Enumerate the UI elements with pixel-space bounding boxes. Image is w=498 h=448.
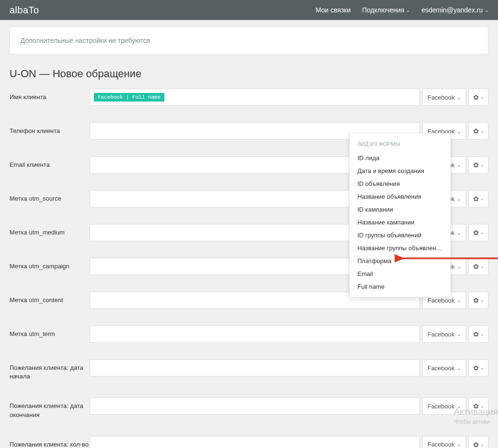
field-settings-button[interactable]: ✿⌄ <box>468 326 488 343</box>
field-settings-button[interactable]: ✿⌄ <box>468 122 488 140</box>
gear-icon: ✿ <box>473 441 479 448</box>
gear-icon: ✿ <box>473 127 479 135</box>
field-label: Пожелания клиента: кол-во ночей (от) <box>10 436 90 448</box>
gear-icon: ✿ <box>473 330 479 338</box>
dropdown-item[interactable]: Платформа <box>350 255 450 267</box>
gear-icon: ✿ <box>473 263 479 270</box>
chevron-down-icon: ⌄ <box>480 366 484 370</box>
chevron-down-icon: ⌄ <box>457 95 461 100</box>
dropdown-item[interactable]: Название кампании <box>350 216 450 229</box>
gear-icon: ✿ <box>473 229 479 236</box>
chevron-down-icon: ⌄ <box>457 264 461 269</box>
chevron-down-icon: ⌄ <box>457 230 461 235</box>
chevron-down-icon: ⌄ <box>480 163 484 167</box>
dropdown-item[interactable]: Дата и время создания <box>350 164 450 177</box>
source-field-dropdown[interactable]: ЛИД ИЗ ФОРМЫ ID лидаДата и время создани… <box>349 133 451 297</box>
source-select-button[interactable]: Facebook⌄ <box>422 359 466 377</box>
dropdown-item[interactable]: ID кампании <box>350 203 450 216</box>
dropdown-item[interactable]: ID лида <box>350 152 450 164</box>
chevron-down-icon: ⌄ <box>457 196 461 202</box>
chevron-down-icon: ⌄ <box>480 230 484 235</box>
chevron-down-icon: ⌄ <box>480 264 484 269</box>
field-label: Имя клиента <box>10 89 90 102</box>
info-notice: Дополнительные настройки не требуются <box>10 27 488 54</box>
app-header: albaTo Мои связки Подключения ⌄ esdemin@… <box>0 0 498 20</box>
field-label: Метка utm_source <box>10 190 90 203</box>
chevron-down-icon: ⌄ <box>485 8 488 13</box>
field-settings-button[interactable]: ✿⌄ <box>468 292 488 309</box>
source-select-button[interactable]: Facebook⌄ <box>422 397 466 415</box>
chevron-down-icon: ⌄ <box>457 129 461 134</box>
chevron-down-icon: ⌄ <box>457 332 461 337</box>
field-label: Телефон клиента <box>10 122 90 135</box>
field-label: Пожелания клиента: дата окончания <box>10 397 90 419</box>
source-select-button[interactable]: Facebook⌄ <box>422 326 466 343</box>
field-settings-button[interactable]: ✿⌄ <box>468 258 488 275</box>
dropdown-item[interactable]: Название объявления <box>350 190 450 203</box>
chevron-down-icon: ⌄ <box>457 298 461 303</box>
nav-user-menu[interactable]: esdemin@yandex.ru ⌄ <box>421 6 488 14</box>
gear-icon: ✿ <box>473 195 479 203</box>
chevron-down-icon: ⌄ <box>480 332 484 336</box>
top-nav: Мои связки Подключения ⌄ esdemin@yandex.… <box>315 6 488 14</box>
field-input[interactable] <box>90 436 420 448</box>
chevron-down-icon: ⌄ <box>457 366 461 371</box>
field-settings-button[interactable]: ✿⌄ <box>468 359 488 377</box>
nav-my-links-label: Мои связки <box>315 6 351 14</box>
page-title: U-ON — Новое обращение <box>10 68 488 80</box>
field-input[interactable] <box>90 397 420 415</box>
chevron-down-icon: ⌄ <box>480 196 484 201</box>
field-settings-button[interactable]: ✿⌄ <box>468 436 488 448</box>
field-input[interactable]: Facebook | Full name <box>90 89 420 106</box>
source-select-label: Facebook <box>427 331 455 338</box>
nav-user-label: esdemin@yandex.ru <box>421 6 483 14</box>
chevron-down-icon: ⌄ <box>480 298 484 303</box>
nav-my-links[interactable]: Мои связки <box>315 6 351 14</box>
field-settings-button[interactable]: ✿⌄ <box>468 224 488 241</box>
logo: albaTo <box>10 5 39 16</box>
nav-connections-label: Подключения <box>362 6 405 14</box>
field-input[interactable] <box>90 359 420 377</box>
dropdown-item[interactable]: ID группы объявлений <box>350 229 450 242</box>
gear-icon: ✿ <box>473 93 479 101</box>
field-row: Метка utm_termFacebook⌄✿⌄ <box>10 326 488 343</box>
field-settings-button[interactable]: ✿⌄ <box>468 156 488 173</box>
chevron-down-icon: ⌄ <box>457 163 461 168</box>
field-label: Email клиента <box>10 156 90 169</box>
dropdown-item[interactable]: Full name <box>350 280 450 293</box>
value-token[interactable]: Facebook | Full name <box>94 93 164 102</box>
field-input[interactable] <box>90 326 420 343</box>
source-select-label: Facebook <box>427 403 455 410</box>
chevron-down-icon: ⌄ <box>480 404 484 408</box>
dropdown-item[interactable]: Email <box>350 267 450 280</box>
chevron-down-icon: ⌄ <box>480 95 484 100</box>
gear-icon: ✿ <box>473 402 479 410</box>
nav-connections[interactable]: Подключения ⌄ <box>362 6 410 14</box>
source-select-label: Facebook <box>427 297 455 304</box>
source-select-label: Facebook <box>427 441 455 448</box>
field-settings-button[interactable]: ✿⌄ <box>468 190 488 207</box>
field-settings-button[interactable]: ✿⌄ <box>468 397 488 415</box>
field-label: Метка utm_medium <box>10 224 90 237</box>
source-select-button[interactable]: Facebook⌄ <box>422 89 466 106</box>
dropdown-item[interactable]: Название группы объявлений <box>350 242 450 255</box>
chevron-down-icon: ⌄ <box>480 442 484 447</box>
source-select-label: Facebook <box>427 365 455 372</box>
gear-icon: ✿ <box>473 364 479 372</box>
field-label: Метка utm_term <box>10 326 90 338</box>
field-label: Метка utm_content <box>10 292 90 305</box>
field-settings-button[interactable]: ✿⌄ <box>468 89 488 106</box>
field-label: Метка utm_campaign <box>10 258 90 271</box>
field-row: Пожелания клиента: кол-во ночей (от)Face… <box>10 436 488 448</box>
chevron-down-icon: ⌄ <box>457 404 461 409</box>
gear-icon: ✿ <box>473 161 479 169</box>
gear-icon: ✿ <box>473 296 479 304</box>
chevron-down-icon: ⌄ <box>457 442 461 447</box>
field-row: Имя клиентаFacebook | Full nameFacebook⌄… <box>10 89 488 106</box>
dropdown-item[interactable]: ID объявления <box>350 177 450 190</box>
field-label: Пожелания клиента: дата начала <box>10 359 90 381</box>
source-select-button[interactable]: Facebook⌄ <box>422 436 466 448</box>
source-select-label: Facebook <box>427 94 455 101</box>
chevron-down-icon: ⌄ <box>480 129 484 133</box>
field-row: Пожелания клиента: дата началаFacebook⌄✿… <box>10 359 488 381</box>
